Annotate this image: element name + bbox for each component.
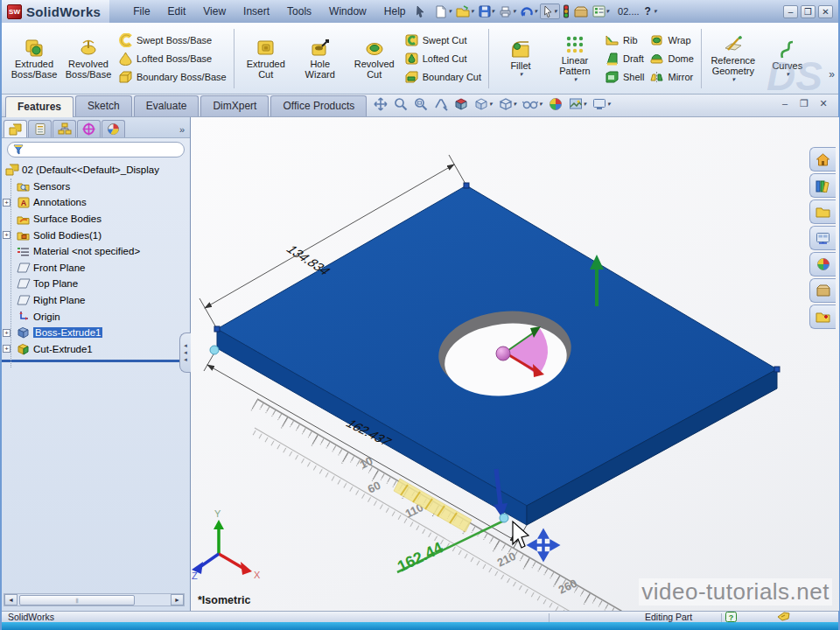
solidworks-resources-tab[interactable] (809, 147, 836, 172)
menu-edit[interactable]: Edit (160, 4, 194, 19)
print-button[interactable] (497, 5, 518, 18)
menu-help[interactable]: Help (376, 4, 414, 19)
new-document-button[interactable] (433, 4, 453, 19)
menu-insert[interactable]: Insert (235, 4, 277, 19)
tree-item-front-plane[interactable]: Front Plane (2, 260, 190, 276)
revolved-cut-button[interactable]: Revolved Cut (347, 36, 402, 81)
scrollbar-thumb[interactable] (19, 595, 135, 606)
task-list-button[interactable] (591, 4, 612, 18)
revolved-boss-base-button[interactable]: Revolved Boss/Base (61, 36, 116, 81)
extruded-boss-base-button[interactable]: Extruded Boss/Base (7, 36, 61, 81)
scroll-right-arrow[interactable] (171, 594, 184, 606)
tree-item-material[interactable]: Material <not specified> (2, 243, 190, 260)
graphics-area[interactable]: 10 60 110 210 260 (191, 117, 839, 611)
shell-button[interactable]: Shell (605, 69, 644, 85)
tree-item-surface-bodies[interactable]: Surface Bodies (2, 211, 190, 228)
edit-appearance-button[interactable] (549, 97, 563, 111)
vertex-dot[interactable] (214, 326, 220, 332)
tree-item-origin[interactable]: Origin (2, 308, 190, 325)
hide-show-items-button[interactable] (522, 98, 542, 110)
tab-office-products[interactable]: Office Products (270, 95, 367, 116)
panel-collapse-handle[interactable] (179, 332, 191, 373)
boundary-boss-base-button[interactable]: Boundary Boss/Base (118, 69, 227, 85)
lofted-cut-button[interactable]: Lofted Cut (404, 51, 481, 66)
tree-item-solid-bodies[interactable]: Solid Bodies(1) (2, 227, 190, 243)
help-dropdown-caret[interactable] (654, 8, 657, 15)
minimize-button[interactable] (783, 5, 798, 18)
view-settings-button[interactable] (592, 97, 611, 111)
zoom-area-button[interactable] (414, 97, 428, 111)
expand-boss-extrude1[interactable] (3, 329, 10, 337)
tree-item-cut-extrude1[interactable]: Cut-Extrude1 (2, 341, 190, 358)
linear-pattern-button[interactable]: Linear Pattern (548, 32, 602, 85)
tab-evaluate[interactable]: Evaluate (134, 95, 200, 116)
quick-tips-icon[interactable]: ? (725, 612, 737, 622)
menu-window[interactable]: Window (321, 4, 374, 19)
configuration-manager-tab[interactable] (52, 120, 76, 137)
zoom-fit-button[interactable] (394, 97, 408, 111)
selected-vertex[interactable] (500, 514, 508, 522)
menu-view[interactable]: View (195, 4, 234, 19)
manipulator-knob[interactable] (496, 346, 510, 360)
rollback-bar[interactable] (2, 360, 183, 362)
save-button[interactable] (477, 4, 497, 18)
tree-item-sensors[interactable]: Sensors (2, 178, 190, 195)
display-style-button[interactable] (499, 97, 517, 111)
tree-horizontal-scrollbar[interactable] (4, 593, 185, 606)
fillet-button[interactable]: Fillet (494, 38, 548, 80)
draft-button[interactable]: Draft (605, 51, 644, 66)
menu-file[interactable]: File (125, 4, 158, 19)
tab-sketch[interactable]: Sketch (75, 95, 132, 116)
file-explorer-tab[interactable] (809, 200, 836, 224)
wrap-button[interactable]: Wrap (649, 32, 693, 48)
doc-close-button[interactable] (817, 98, 830, 109)
appearances-scenes-tab[interactable] (809, 252, 836, 276)
hole-wizard-button[interactable]: Hole Wizard (293, 36, 347, 81)
pan-button[interactable] (374, 97, 388, 111)
display-manager-tab[interactable] (102, 120, 125, 137)
tree-item-annotations[interactable]: A Annotations (2, 194, 190, 211)
property-manager-tab[interactable] (28, 120, 52, 137)
options-button[interactable] (572, 5, 590, 18)
view-palette-tab[interactable] (809, 226, 836, 250)
section-view-button[interactable] (454, 97, 468, 111)
previous-view-button[interactable] (434, 97, 448, 111)
tree-item-part[interactable]: 02 (Default<<Default>_Display (2, 162, 190, 178)
tree-item-right-plane[interactable]: Right Plane (2, 292, 190, 309)
undo-button[interactable] (519, 4, 540, 18)
restore-button[interactable] (801, 5, 816, 18)
rebuild-button[interactable] (561, 4, 571, 19)
feature-manager-tab[interactable] (4, 120, 27, 137)
reference-geometry-button[interactable]: Reference Geometry (706, 32, 760, 85)
document-switcher[interactable]: 02.... (618, 6, 639, 17)
rib-button[interactable]: Rib (605, 32, 644, 48)
dimxpert-manager-tab[interactable] (77, 120, 101, 137)
expand-annotations[interactable] (3, 199, 10, 206)
swept-boss-base-button[interactable]: Swept Boss/Base (118, 32, 227, 48)
view-orientation-button[interactable] (474, 97, 493, 111)
custom-properties-tab[interactable] (809, 278, 836, 303)
select-tool-button[interactable] (540, 4, 560, 19)
apply-scene-button[interactable] (569, 97, 587, 111)
boundary-cut-button[interactable]: Boundary Cut (404, 69, 481, 85)
tree-item-boss-extrude1[interactable]: Boss-Extrude1 (2, 325, 190, 341)
tree-item-top-plane[interactable]: Top Plane (2, 276, 190, 292)
pattern-dropdown-caret[interactable] (574, 76, 578, 83)
expand-solid-bodies[interactable] (3, 231, 10, 239)
toolbar-overflow-chevron[interactable]: » (829, 68, 835, 80)
lofted-boss-base-button[interactable]: Lofted Boss/Base (118, 51, 227, 66)
tab-dimxpert[interactable]: DimXpert (200, 95, 269, 116)
doc-restore-button[interactable] (798, 98, 810, 109)
document-recovery-tab[interactable] (809, 304, 836, 329)
mirror-button[interactable]: Mirror (649, 69, 693, 85)
tags-icon[interactable] (777, 612, 790, 622)
swept-cut-button[interactable]: Swept Cut (404, 32, 481, 48)
design-library-tab[interactable] (809, 173, 836, 198)
doc-minimize-button[interactable] (779, 98, 791, 109)
tree-filter-input[interactable] (7, 142, 185, 158)
tab-features[interactable]: Features (5, 96, 74, 117)
refgeo-dropdown-caret[interactable] (732, 76, 736, 83)
expand-cut-extrude1[interactable] (3, 345, 10, 353)
fillet-dropdown-caret[interactable] (520, 71, 523, 78)
extruded-cut-button[interactable]: Extruded Cut (239, 36, 293, 81)
